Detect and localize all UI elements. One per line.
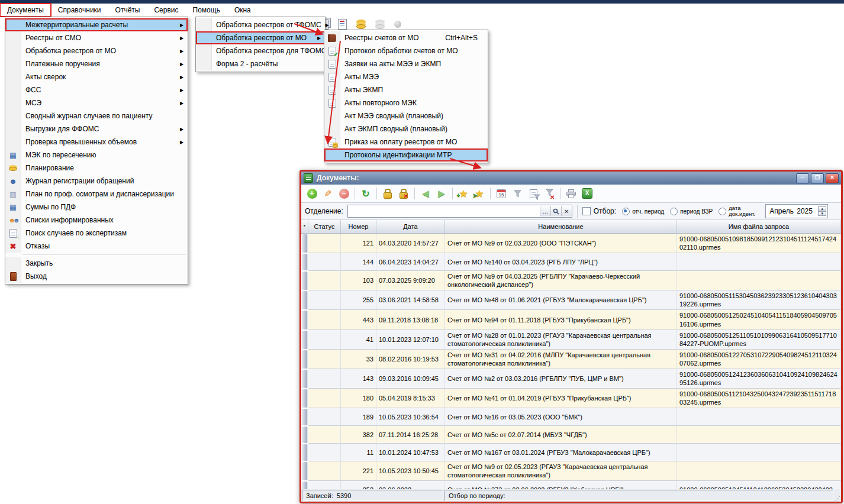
table-row[interactable]: 10307.03.2025 9:09:20Счет от МО №9 от 04…	[301, 271, 841, 290]
row-indicator[interactable]	[302, 462, 308, 481]
menu-item[interactable]: Заявки на акты МЭЭ и ЭКМП	[324, 57, 488, 70]
radio-option[interactable]	[719, 208, 726, 215]
table-row[interactable]: 14406.04.2023 14:04:27Счет от МО №140 от…	[301, 253, 841, 271]
menubar-item[interactable]: Помощь	[186, 4, 227, 17]
menu-item[interactable]: МСЭ▶	[5, 96, 188, 109]
table-row[interactable]: 18005.04.2019 8:15:33Счет от МО №41 от 0…	[301, 389, 841, 408]
menu-item[interactable]: Реестры от СМО▶	[5, 31, 188, 44]
menu-item[interactable]: ✖Отказы	[5, 240, 188, 253]
menu-item[interactable]: Обработка реестров от МО▶	[196, 31, 325, 44]
report-icon[interactable]	[338, 19, 347, 30]
menu-item[interactable]: Акты повторного МЭК	[324, 96, 488, 109]
search-icon[interactable]	[550, 206, 561, 217]
close-button[interactable]: ✕	[826, 173, 839, 183]
menu-item[interactable]: Обработка реестров от МО▶	[5, 44, 188, 57]
menu-item[interactable]: Платежные поручения▶	[5, 57, 188, 70]
filter-document-button[interactable]	[526, 186, 540, 201]
table-row[interactable]: 18910.05.2023 10:36:54Счет от МО №16 от …	[301, 408, 841, 426]
radio-option[interactable]	[670, 208, 678, 215]
otbor-checkbox[interactable]	[582, 207, 591, 215]
resize-grip[interactable]: ⋰	[833, 490, 840, 501]
row-indicator[interactable]	[302, 311, 308, 329]
table-row[interactable]: 25503.06.2021 14:58:58Счет от МО №48 от …	[301, 290, 841, 310]
edit-record-button[interactable]: ✎	[321, 186, 335, 201]
menu-item[interactable]: Межтерриториальные расчеты▶	[5, 18, 188, 31]
favorite-add-button[interactable]: ★+	[456, 186, 471, 201]
column-header[interactable]: Имя файла запроса	[677, 220, 841, 233]
minimize-button[interactable]: ─	[796, 173, 809, 183]
table-row[interactable]: 22110.05.2023 10:50:45Счет от МО №9 от 0…	[301, 461, 841, 481]
column-header[interactable]: *	[301, 220, 308, 233]
menu-item[interactable]: ✔Протокол обработки счетов от МО	[324, 44, 488, 57]
maximize-button[interactable]: ❐	[811, 173, 824, 183]
table-row[interactable]: 14309.03.2016 10:09:45Счет от МО №2 от 0…	[301, 369, 841, 389]
row-indicator[interactable]	[302, 427, 308, 444]
department-input[interactable]	[348, 206, 540, 216]
menubar-item[interactable]: Отчёты	[108, 4, 147, 17]
column-header[interactable]: Статус	[308, 220, 341, 233]
filter-button[interactable]	[510, 186, 524, 201]
radio-selected[interactable]	[622, 208, 630, 215]
menu-item[interactable]: Выход	[5, 270, 188, 283]
column-header[interactable]: Наименование	[445, 220, 677, 233]
menu-item[interactable]: Обработка реестров от ТФОМС▶	[196, 18, 325, 31]
table-row[interactable]: 12104.03.2020 14:57:27Счет от МО №9 от 0…	[301, 234, 841, 253]
refresh-button[interactable]: ↻	[359, 186, 373, 201]
menu-item[interactable]: Акты МЭЭ	[324, 70, 488, 83]
row-indicator[interactable]	[302, 350, 308, 369]
menu-item[interactable]: Планирование	[5, 161, 188, 175]
filter-clear-button[interactable]: ✕	[542, 186, 556, 201]
row-indicator[interactable]	[302, 331, 308, 350]
spin-down-icon[interactable]: ▼	[818, 211, 826, 216]
calendar-button[interactable]: 15	[494, 186, 508, 201]
table-row[interactable]: 1110.01.2024 10:47:53Счет от МО №167 от …	[301, 444, 841, 461]
next-button[interactable]: ▶	[434, 186, 449, 201]
row-indicator[interactable]	[302, 444, 308, 461]
lock-button[interactable]	[381, 186, 395, 201]
menubar-item[interactable]: Сервис	[147, 4, 185, 17]
menu-item[interactable]: Акты ЭКМП	[324, 83, 488, 96]
column-header[interactable]: Дата	[376, 220, 445, 233]
menu-item[interactable]: ☻Журнал регистрации обращений	[5, 175, 188, 188]
row-indicator[interactable]	[302, 291, 308, 310]
menu-item[interactable]: ↓Поиск случаев по экспертизам	[5, 227, 188, 240]
menu-item[interactable]: Акт МЭЭ сводный (плановый)	[324, 109, 488, 122]
print-button[interactable]	[564, 186, 578, 201]
menu-item[interactable]: Реестры счетов от МОCtrl+Alt+S	[324, 31, 488, 44]
department-ellipsis-button[interactable]: …	[540, 206, 550, 217]
menu-item[interactable]: Акты сверок▶	[5, 70, 188, 83]
excel-export-button[interactable]: X	[580, 186, 594, 201]
coins-icon[interactable]	[356, 24, 366, 29]
table-row[interactable]: 25203.06.2022Счет от МО №373 от 02.06.20…	[301, 481, 841, 489]
row-indicator[interactable]	[302, 234, 308, 253]
spinner-buttons[interactable]: ▲▼	[818, 206, 826, 216]
period-spinner[interactable]: Апрель 2025 ▲▼	[765, 204, 828, 218]
menu-item[interactable]: Закрыть	[5, 257, 188, 270]
menu-item[interactable]: ФСС▶	[5, 83, 188, 96]
column-header[interactable]: Номер	[341, 220, 376, 233]
menu-item[interactable]: Выгрузки для ФФОМС▶	[5, 122, 188, 135]
row-indicator[interactable]	[302, 370, 308, 389]
row-indicator[interactable]	[302, 409, 308, 426]
row-indicator[interactable]	[302, 482, 308, 489]
table-row[interactable]: 38207.11.2014 16:25:28Счет от МО №5с от …	[301, 426, 841, 444]
unlock-button[interactable]: ✕	[397, 186, 411, 201]
add-record-button[interactable]: +	[305, 186, 319, 201]
menu-item[interactable]: Приказ на оплату реестров от МО	[324, 135, 488, 148]
menu-item[interactable]: Протоколы идентификации МТР	[324, 148, 488, 161]
row-indicator[interactable]	[302, 389, 308, 408]
row-indicator[interactable]	[302, 254, 308, 271]
menu-item[interactable]: Обработка реестров для ТФОМС▶	[196, 44, 325, 57]
menu-item[interactable]: ▦МЭК по пересечению	[5, 148, 188, 161]
spin-up-icon[interactable]: ▲	[818, 206, 826, 211]
row-indicator[interactable]	[302, 272, 308, 290]
table-row[interactable]: 3308.02.2016 10:19:53Счет от МО №31 от 0…	[301, 350, 841, 369]
window-titlebar[interactable]: Документы: ─ ❐ ✕	[301, 172, 841, 185]
previous-button[interactable]: ◀	[418, 186, 433, 201]
menubar-item[interactable]: Окна	[227, 4, 258, 17]
menu-item[interactable]: ▦Суммы по ПДФ	[5, 201, 188, 214]
favorite-go-button[interactable]: ★➤	[472, 186, 487, 201]
menu-item[interactable]: Форма 2 - расчёты	[196, 57, 325, 70]
table-row[interactable]: 4110.01.2023 12:07:10Счет от МО №28 от 0…	[301, 330, 841, 350]
menu-item[interactable]: Проверка превышенных объемов▶	[5, 135, 188, 148]
